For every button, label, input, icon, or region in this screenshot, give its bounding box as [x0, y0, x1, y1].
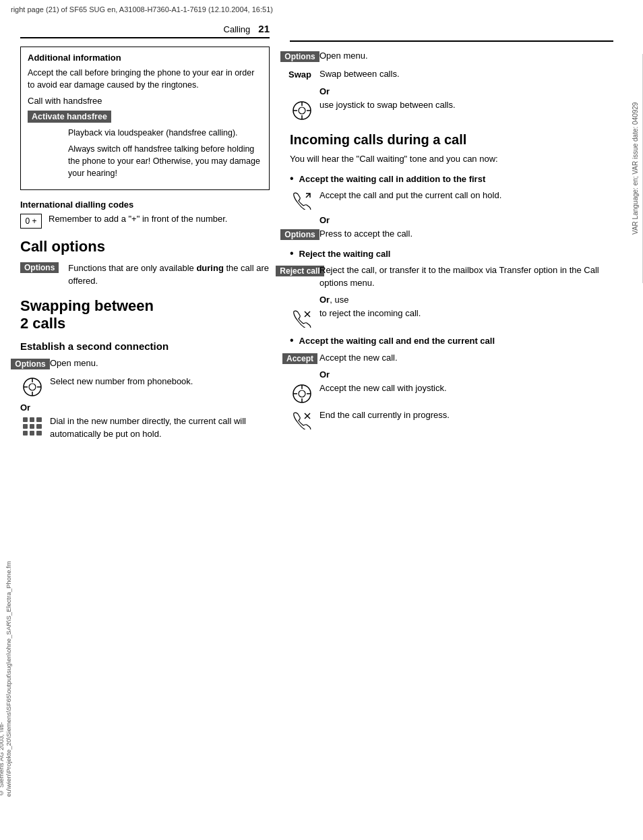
joystick-icon-establish: [20, 377, 44, 397]
bullet3-accept-tag-row: Accept Accept the new call.: [290, 352, 613, 365]
establish-heading: Establish a second connection: [20, 340, 270, 352]
right-options-row: Options Open menu.: [290, 50, 613, 63]
bullet3-accept-text: Accept the new call.: [319, 352, 613, 365]
bullet3-end-call-text: End the call currently in progress.: [319, 409, 613, 422]
additional-info-title: Additional information: [28, 53, 262, 63]
left-column: Calling 21 Additional information Accept…: [20, 23, 283, 446]
side-label: VAR Language: en; VAR issue date: 040929: [628, 54, 643, 283]
or-use-bold: Or, use: [319, 295, 348, 305]
swapping-open-menu-text: Open menu.: [50, 357, 270, 370]
svg-rect-12: [23, 431, 28, 436]
bullet1-options-tag: Options: [290, 229, 314, 240]
swap-row: Swap Swap between calls.: [290, 68, 613, 81]
right-open-menu-text: Open menu.: [319, 50, 613, 63]
bullet3-heading: • Accept the waiting call and end the cu…: [290, 334, 613, 347]
joystick-swap-text: use joystick to swap between calls.: [319, 99, 613, 112]
bullet1-section: • Accept the waiting call in addition to…: [290, 173, 613, 241]
swapping-open-menu-row: Options Open menu.: [20, 357, 270, 370]
swapping-heading: Swapping between2 calls: [20, 297, 270, 333]
page-header: right page (21) of SF65 SUG en, A31008-H…: [0, 0, 643, 16]
right-col-divider: [290, 23, 613, 42]
swap-or: Or: [319, 86, 613, 96]
swapping-heading-text: Swapping between2 calls: [20, 297, 154, 332]
swap-text: Swap between calls.: [319, 68, 613, 81]
joystick-swap-svg: [292, 100, 312, 121]
joystick-icon-swap: [290, 100, 314, 121]
joystick-accept-icon: [290, 384, 314, 404]
bullet1-dot: •: [290, 173, 294, 185]
call-options-heading: Call options: [20, 238, 270, 256]
svg-rect-13: [30, 431, 34, 436]
options-tag-swapping: Options: [20, 359, 44, 369]
page-title-bar: Calling 21: [20, 23, 270, 38]
bullet2-endcall-row: to reject the incoming call.: [290, 307, 613, 328]
accept-tag-cell: Accept: [290, 353, 314, 364]
keypad-icon-cell: [20, 417, 44, 437]
bullet2-section: • Reject the waiting call Reject call Re…: [290, 247, 613, 328]
swapping-joystick-row: Select new number from phonebook.: [20, 376, 270, 397]
svg-rect-11: [36, 424, 42, 429]
right-column: Options Open menu. Swap Swap between cal…: [283, 23, 613, 446]
bullet1-heading: • Accept the waiting call in addition to…: [290, 173, 613, 185]
bullet1-text: Accept the waiting call in addition to t…: [299, 173, 486, 185]
svg-rect-8: [36, 417, 42, 422]
bullet1-accept-hold-text: Accept the call and put the current call…: [319, 189, 613, 202]
swapping-or1: Or: [20, 402, 270, 413]
during-bold: during: [196, 263, 223, 273]
right-options-tag: Options: [290, 51, 314, 62]
svg-point-1: [29, 384, 36, 390]
bullet3-joystick-accept-text: Accept the new call with joystick.: [319, 382, 613, 395]
reject-call-tag: Reject call: [290, 266, 314, 276]
joystick-svg: [22, 377, 42, 397]
joystick-swap-row: use joystick to swap between calls.: [290, 99, 613, 121]
bullet3-dot: •: [290, 334, 294, 347]
incoming-heading: Incoming calls during a call: [290, 131, 613, 148]
copyright-label: © Siemens AG 2003, \\itl-eu\wien\Projekt…: [0, 530, 13, 800]
intl-dialing-label: International dialling codes: [20, 200, 270, 210]
joystick-accept-svg: [292, 384, 312, 404]
bullet2-dot: •: [290, 247, 294, 260]
additional-info-box: Additional information Accept the call b…: [20, 47, 270, 190]
playback-text: Playback via loudspeaker (handsfree call…: [68, 127, 262, 139]
dialing-row: 0 + Remember to add a "+" in front of th…: [20, 214, 270, 229]
intl-dialing-section: International dialling codes 0 + Remembe…: [20, 200, 270, 229]
bullet3-endcall-row: End the call currently in progress.: [290, 409, 613, 429]
swapping-phonebook-text: Select new number from phonebook.: [50, 376, 270, 388]
bullet2-text: Reject the waiting call: [299, 248, 391, 260]
bullet2-reject-icon-text: to reject the incoming call.: [319, 307, 613, 320]
call-options-description: Functions that are only available during…: [68, 262, 270, 288]
svg-point-24: [299, 390, 305, 397]
svg-rect-9: [23, 424, 28, 429]
phone-accept-svg: [291, 191, 313, 210]
bullet2-reject-text: Reject the call, or transfer it to the m…: [319, 264, 613, 290]
additional-info-body: Accept the call before bringing the phon…: [28, 67, 262, 91]
dialing-text: Remember to add a "+" in front of the nu…: [49, 214, 227, 224]
svg-rect-7: [30, 417, 34, 422]
accept-phone-icon: [290, 191, 314, 210]
handsfree-button-label: Activate handsfree: [28, 111, 111, 123]
call-options-row: Options Functions that are only availabl…: [20, 262, 270, 288]
swap-label-cell: Swap: [290, 69, 314, 80]
section-name: Calling: [224, 24, 251, 34]
endcall-svg: [291, 411, 313, 429]
options-tag-call: Options: [20, 262, 59, 273]
bullet2-reject-row: Reject call Reject the call, or transfer…: [290, 264, 613, 290]
end-call-icon-cell: [290, 411, 314, 429]
bullet3-text: Accept the waiting call and end the curr…: [299, 335, 495, 347]
svg-rect-6: [23, 417, 28, 422]
swapping-dial-text: Dial in the new number directly, the cur…: [50, 415, 270, 441]
header-text: right page (21) of SF65 SUG en, A31008-H…: [11, 5, 273, 13]
page-number: 21: [258, 23, 270, 34]
bullet3-section: • Accept the waiting call and end the cu…: [290, 334, 613, 429]
svg-rect-10: [30, 424, 34, 429]
reject-phone-icon: [290, 309, 314, 328]
incoming-desc: You will hear the "Call waiting" tone an…: [290, 153, 613, 166]
keypad-svg: [22, 417, 42, 437]
svg-rect-14: [36, 431, 42, 436]
bullet1-options-row: Options Press to accept the call.: [290, 228, 613, 241]
bullet2-heading: • Reject the waiting call: [290, 247, 613, 260]
zero-plus-key: 0 +: [20, 214, 42, 229]
swapping-keypad-row: Dial in the new number directly, the cur…: [20, 415, 270, 441]
bullet1-phone-row: Accept the call and put the current call…: [290, 189, 613, 210]
svg-point-16: [299, 107, 305, 114]
